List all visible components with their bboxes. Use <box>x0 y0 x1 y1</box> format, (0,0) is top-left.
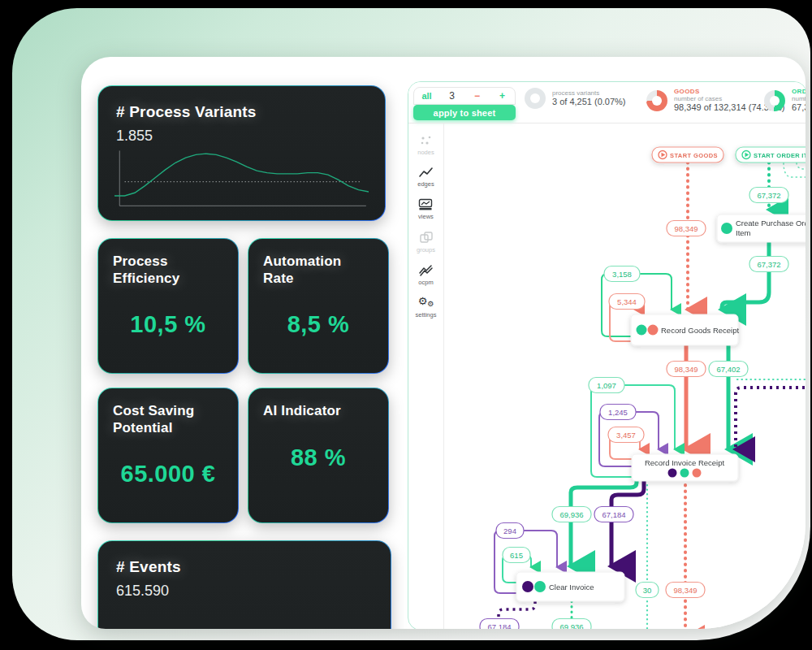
card-automation-rate: Automation Rate 8,5 % <box>248 238 389 374</box>
svg-text:98,349: 98,349 <box>674 365 698 374</box>
goods-donut-icon <box>646 90 667 111</box>
edge-badge[interactable]: 1,245 <box>600 405 636 420</box>
svg-text:3,158: 3,158 <box>612 270 632 279</box>
svg-text:1,097: 1,097 <box>597 381 616 390</box>
node-record-invoice-receipt[interactable]: Record Invoice Receipt <box>632 454 738 481</box>
svg-text:30: 30 <box>643 586 652 595</box>
svg-text:67,372: 67,372 <box>757 191 780 200</box>
edge-badge[interactable]: 98,349 <box>666 583 705 598</box>
object-type-dot-green <box>534 581 546 592</box>
card-value: 1.855 <box>98 121 385 145</box>
node-create-purchase-order-item[interactable]: Create Purchase Order Item <box>717 214 806 242</box>
object-type-dot-green <box>637 325 647 336</box>
svg-text:START GOODS: START GOODS <box>670 152 718 159</box>
card-ai-indicator: AI Indicator 88 % <box>248 388 389 523</box>
edge-badge[interactable]: 69,936 <box>552 619 591 630</box>
card-title: # Events <box>98 541 391 576</box>
svg-text:615: 615 <box>510 551 523 560</box>
app-window: # Process Variants 1.855 Process Efficie… <box>81 57 806 629</box>
svg-text:3,457: 3,457 <box>616 431 636 440</box>
svg-text:Create Purchase Order: Create Purchase Order <box>736 219 806 228</box>
edge-badge[interactable]: 67,372 <box>749 188 788 203</box>
stat-order-item: ORDER ITEM number of ca 67,372 of <box>764 88 806 113</box>
edge-badge[interactable]: 5,344 <box>609 294 645 310</box>
card-title: AI Indicator <box>248 388 388 420</box>
card-process-efficiency: Process Efficiency 10,5 % <box>97 238 239 374</box>
object-type-dot-red <box>648 325 659 336</box>
edge-badge[interactable]: 67,372 <box>749 257 788 272</box>
start-order-item-node[interactable]: START ORDER ITEM <box>736 147 806 162</box>
edge-offscreen-a <box>784 162 806 177</box>
decrease-button[interactable]: − <box>464 90 490 102</box>
card-value: 65.000 € <box>98 461 238 488</box>
card-title: Process Efficiency <box>98 239 238 287</box>
object-type-dot-green <box>721 223 732 234</box>
card-value: 10,5 % <box>98 311 238 338</box>
node-record-goods-receipt[interactable]: Record Goods Receipt <box>631 314 739 345</box>
edge-badge[interactable]: 1,097 <box>589 378 624 393</box>
svg-text:Item: Item <box>736 228 751 237</box>
svg-text:294: 294 <box>503 526 516 535</box>
stat-label: process variants <box>552 89 626 97</box>
edge-badge[interactable]: 98,349 <box>667 362 706 377</box>
edge-badge[interactable]: 69,936 <box>552 507 591 522</box>
edge-badge[interactable]: 3,158 <box>604 266 640 282</box>
svg-text:START ORDER ITEM: START ORDER ITEM <box>754 152 806 159</box>
svg-text:Record Goods Receipt: Record Goods Receipt <box>661 326 739 335</box>
stat-label: number of ca <box>792 95 806 102</box>
svg-text:67,372: 67,372 <box>757 260 780 269</box>
edge-badge[interactable]: 67,184 <box>594 507 633 522</box>
edge-badge[interactable]: 3,457 <box>608 427 644 443</box>
card-value: 88 % <box>248 444 388 471</box>
stat-process-variants: process variants 3 of 4,251 (0.07%) <box>525 88 626 109</box>
edge-badge[interactable]: 67,402 <box>709 362 748 377</box>
card-process-variants: # Process Variants 1.855 <box>97 85 386 221</box>
stat-title: ORDER ITEM <box>792 88 806 95</box>
card-value: 615.590 <box>98 576 391 600</box>
svg-text:1,245: 1,245 <box>608 408 628 417</box>
order-item-donut-icon <box>764 90 785 111</box>
sparkline-chart <box>114 149 369 209</box>
object-type-dot-green <box>680 469 689 478</box>
card-value: 8,5 % <box>248 311 388 338</box>
variant-stepper: all 3 − + apply to sheet <box>413 87 516 120</box>
variants-donut-icon <box>525 88 546 109</box>
process-flow-canvas[interactable]: START GOODS START ORDER ITEM Create Purc… <box>408 124 806 629</box>
card-title: Automation Rate <box>248 239 388 287</box>
object-type-dot-purple <box>522 581 533 592</box>
svg-text:67,184: 67,184 <box>602 510 625 519</box>
edge-badge[interactable]: 294 <box>496 523 524 539</box>
svg-text:Clear Invoice: Clear Invoice <box>549 583 594 592</box>
card-cost-saving: Cost Saving Potential 65.000 € <box>97 388 239 523</box>
edge-badge[interactable]: 615 <box>503 548 530 563</box>
object-type-dot-red <box>693 469 702 478</box>
increase-button[interactable]: + <box>490 90 515 102</box>
object-type-dot-purple <box>668 469 677 478</box>
node-clear-invoice[interactable]: Clear Invoice <box>516 572 624 601</box>
edge-badge[interactable]: 67,184 <box>480 619 519 630</box>
edge-invoice-to-clear-purple <box>611 481 644 566</box>
edge-po-to-goods-receipt <box>722 242 769 310</box>
scope-all-button[interactable]: all <box>414 91 439 101</box>
variant-count: 3 <box>439 90 464 102</box>
card-events: # Events 615.590 <box>97 540 391 629</box>
edge-badge[interactable]: 30 <box>636 583 659 598</box>
flow-header: all 3 − + apply to sheet process variant… <box>408 82 806 123</box>
card-title: # Process Variants <box>98 86 385 121</box>
stat-value: 3 of 4,251 (0.07%) <box>552 97 626 107</box>
apply-to-sheet-button[interactable]: apply to sheet <box>413 105 516 120</box>
svg-text:69,936: 69,936 <box>559 622 583 630</box>
start-goods-node[interactable]: START GOODS <box>652 147 723 162</box>
edge-badge[interactable]: 98,349 <box>667 221 706 236</box>
svg-text:69,936: 69,936 <box>559 510 583 519</box>
stat-value: 67,372 of <box>792 102 806 113</box>
edge-purple-from-right <box>736 388 806 449</box>
process-explorer-panel: all 3 − + apply to sheet process variant… <box>408 81 806 629</box>
svg-text:98,349: 98,349 <box>673 586 697 595</box>
svg-text:67,402: 67,402 <box>716 365 740 374</box>
background-page: # Process Variants 1.855 Process Efficie… <box>12 8 810 640</box>
svg-text:67,184: 67,184 <box>487 622 511 630</box>
svg-text:5,344: 5,344 <box>617 297 637 306</box>
edge-offscreen-b <box>797 162 806 169</box>
card-title: Cost Saving Potential <box>98 388 238 436</box>
